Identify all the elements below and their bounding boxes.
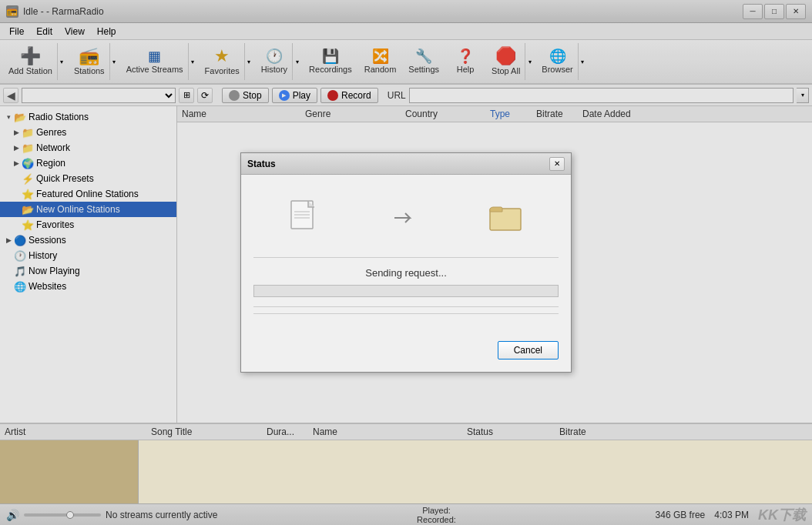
dialog-close-button[interactable]: ✕ (549, 157, 565, 171)
dialog-progress-area: Sending request... (253, 257, 559, 307)
dialog-extra-row (253, 313, 559, 332)
dialog-overlay: Status ✕ (0, 0, 812, 525)
dialog-icons-row (253, 187, 559, 251)
source-file-icon (290, 199, 320, 239)
dialog-status-text: Sending request... (253, 264, 559, 282)
status-dialog: Status ✕ (240, 152, 572, 373)
transfer-arrow-icon (393, 209, 416, 229)
dialog-cancel-button[interactable]: Cancel (498, 341, 559, 359)
dialog-progress-bar (253, 285, 559, 297)
dialog-title: Status (247, 159, 276, 169)
dialog-buttons: Cancel (253, 335, 559, 359)
dialog-titlebar: Status ✕ (241, 153, 571, 175)
dialog-body: Sending request... Cancel (241, 175, 571, 372)
destination-folder-icon (488, 202, 522, 236)
